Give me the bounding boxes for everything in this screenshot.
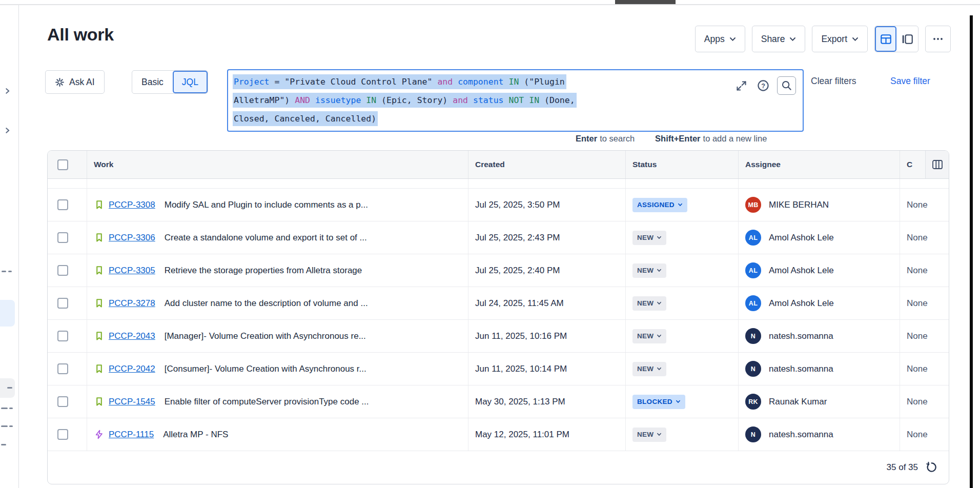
created-cell: Jul 25, 2025, 2:43 PM [468, 221, 626, 254]
sidebar-item-fragment [1, 444, 6, 445]
help-button[interactable]: ? [755, 77, 771, 94]
epic-icon [94, 430, 104, 440]
export-button[interactable]: Export [812, 26, 868, 52]
column-header-category-label[interactable]: C [907, 160, 912, 169]
assignee-name: Amol Ashok Lele [769, 233, 834, 243]
sidebar-item[interactable] [0, 378, 15, 398]
status-cell: ASSIGNED [626, 189, 739, 221]
row-checkbox[interactable] [57, 232, 68, 243]
status-badge[interactable]: NEW [632, 428, 666, 442]
status-badge[interactable]: NEW [632, 263, 666, 278]
row-checkbox[interactable] [57, 331, 68, 341]
row-checkbox[interactable] [57, 199, 68, 210]
save-filter-link[interactable]: Save filter [890, 76, 930, 87]
issue-key-link[interactable]: PCCP-1545 [109, 397, 155, 407]
jql-editor[interactable]: Project = "Private Cloud Control Plane" … [227, 69, 804, 132]
table-view-button[interactable] [875, 26, 896, 52]
created-cell: Jun 11, 2025, 10:14 PM [468, 353, 626, 385]
sidebar-active-item[interactable] [0, 300, 15, 327]
row-checkbox[interactable] [57, 396, 68, 407]
columns-icon [932, 160, 943, 169]
assignee-cell: ALAmol Ashok Lele [739, 287, 900, 319]
avatar: RK [745, 394, 761, 410]
chevron-down-icon [657, 301, 662, 305]
avatar: N [745, 361, 761, 377]
assignee-name: natesh.somanna [769, 331, 833, 341]
issue-summary: Modify SAL and Plugin to include comment… [165, 200, 368, 210]
basic-mode-button[interactable]: Basic [132, 71, 173, 93]
issue-summary: [Manager]- Volume Creation with Asynchro… [165, 331, 366, 341]
issue-key-link[interactable]: PCCP-3305 [109, 266, 155, 276]
row-checkbox[interactable] [57, 429, 68, 440]
jql-token: Project [234, 77, 270, 87]
status-badge[interactable]: NEW [632, 329, 666, 343]
expand-editor-button[interactable] [733, 77, 749, 94]
work-cell: PCCP-3278Add cluster name to the descrip… [87, 287, 468, 319]
assignee-name: MIKE BERHAN [769, 200, 829, 210]
column-header-work[interactable]: Work [87, 151, 468, 178]
jql-line: Project = "Private Cloud Control Plane" … [233, 73, 577, 91]
issue-key-link[interactable]: PCCP-3308 [109, 200, 155, 210]
status-badge[interactable]: NEW [632, 231, 666, 245]
chevron-right-icon[interactable] [4, 127, 11, 136]
columns-settings-button[interactable] [925, 151, 949, 178]
issue-summary: Retrieve the storage properties from All… [165, 266, 362, 276]
column-header-status[interactable]: Status [626, 151, 739, 178]
jql-editor-toolbar: ? [733, 76, 796, 95]
issue-key-link[interactable]: PCCP-3306 [109, 233, 155, 243]
sidebar-sliver [0, 5, 19, 488]
share-button[interactable]: Share [752, 26, 806, 52]
search-button[interactable] [777, 76, 796, 95]
column-header-assignee[interactable]: Assignee [739, 151, 900, 178]
jql-token: = "Private Cloud Control Plane" [270, 77, 438, 87]
column-header-created[interactable]: Created [468, 151, 626, 178]
issue-key-link[interactable]: PCCP-1115 [109, 430, 154, 440]
row-checkbox[interactable] [57, 363, 68, 374]
issue-key-link[interactable]: PCCP-2043 [109, 331, 155, 341]
jql-mode-button[interactable]: JQL [173, 71, 208, 93]
jql-token: IN [508, 77, 519, 87]
status-label: NEW [637, 234, 654, 241]
select-cell [48, 353, 87, 385]
category-value: None [907, 266, 928, 276]
table-row: PCCP-1545Enable filter of computeServer … [48, 385, 949, 418]
table-row: PCCP-2043[Manager]- Volume Creation with… [48, 320, 949, 353]
status-cell: NEW [626, 287, 739, 319]
scrolled-row-remnant [48, 179, 949, 189]
status-cell: NEW [626, 254, 739, 287]
row-checkbox[interactable] [57, 298, 68, 309]
assignee-name: Raunak Kumar [769, 397, 827, 407]
issue-key-link[interactable]: PCCP-3278 [109, 298, 155, 309]
avatar: AL [745, 295, 761, 311]
sidebar-item-fragment [9, 408, 13, 409]
apps-button[interactable]: Apps [695, 26, 745, 52]
issue-key-link[interactable]: PCCP-2042 [109, 364, 155, 374]
table-footer: 35 of 35 [48, 451, 949, 483]
more-button[interactable] [925, 26, 951, 52]
jql-token: issuetype [315, 95, 361, 105]
story-icon [94, 364, 104, 374]
row-checkbox[interactable] [57, 265, 68, 276]
created-cell: Jul 25, 2025, 2:40 PM [468, 254, 626, 287]
detail-view-icon [902, 34, 913, 44]
status-badge[interactable]: BLOCKED [632, 395, 685, 409]
ask-ai-button[interactable]: Ask AI [45, 70, 105, 94]
detail-view-button[interactable] [896, 26, 918, 52]
status-badge[interactable]: ASSIGNED [632, 198, 687, 212]
category-cell: None [900, 221, 949, 254]
status-badge[interactable]: NEW [632, 296, 666, 311]
refresh-button[interactable] [926, 461, 937, 473]
status-badge[interactable]: NEW [632, 362, 666, 376]
clear-filters-button[interactable]: Clear filters [811, 76, 856, 87]
created-cell: May 12, 2025, 11:01 PM [468, 418, 626, 451]
avatar: AL [745, 230, 761, 246]
work-cell: PCCP-1115Alletra MP - NFS [87, 418, 468, 451]
select-all-checkbox[interactable] [57, 159, 68, 170]
category-cell: None [900, 189, 949, 221]
top-divider [0, 4, 980, 5]
assignee-name: natesh.somanna [769, 430, 833, 440]
enter-hint: Enterto search [576, 134, 635, 144]
issue-summary: [Consumer]- Volume Creation with Asynchr… [165, 364, 366, 374]
assignee-name: Amol Ashok Lele [769, 298, 834, 309]
chevron-right-icon[interactable] [4, 87, 11, 97]
